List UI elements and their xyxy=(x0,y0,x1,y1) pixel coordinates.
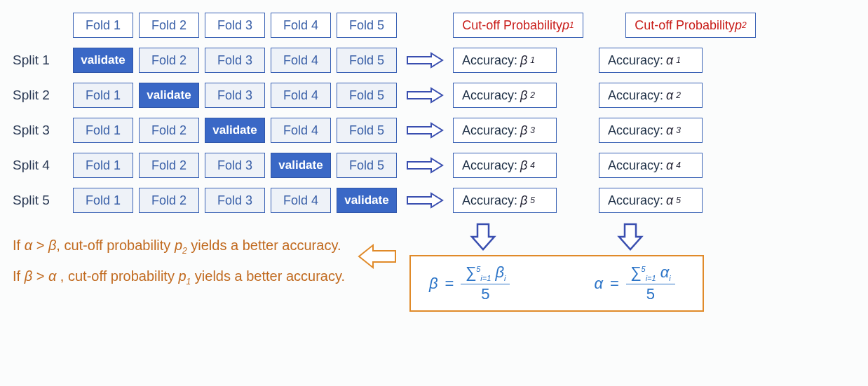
arrow-right-icon xyxy=(404,157,446,174)
fold-cell: Fold 5 xyxy=(337,48,397,73)
fold-cell: Fold 3 xyxy=(205,83,265,108)
fold-header: Fold 4 xyxy=(271,13,331,38)
accuracy-beta-box: Accuracy: β3 xyxy=(453,118,557,143)
fold-strip: validateFold 2Fold 3Fold 4Fold 5 xyxy=(73,48,397,73)
fold-cell: Fold 5 xyxy=(337,83,397,108)
formula-box: β = ∑5i=1 βi 5 α = ∑5i=1 αi xyxy=(409,255,704,312)
conclusion-line-2: If β > α , cut-off probability p1 yields… xyxy=(13,261,345,291)
fold-cell: Fold 5 xyxy=(337,153,397,178)
split-label: Split 4 xyxy=(13,158,66,173)
cutoff-p1-box: Cut-off Probability p1 xyxy=(453,13,583,38)
fold-cell: Fold 4 xyxy=(271,48,331,73)
fold-validate: validate xyxy=(73,48,133,73)
fold-cell: Fold 1 xyxy=(73,153,133,178)
fold-cell: Fold 1 xyxy=(73,83,133,108)
fold-strip: Fold 1Fold 2validateFold 4Fold 5 xyxy=(73,118,397,143)
fold-validate: validate xyxy=(205,118,265,143)
fold-cell: Fold 5 xyxy=(337,118,397,143)
fold-validate: validate xyxy=(139,83,199,108)
arrow-right-icon xyxy=(404,122,446,139)
cutoff-subscript: 2 xyxy=(742,20,747,30)
arrow-right-icon xyxy=(404,52,446,69)
cutoff-symbol: p xyxy=(735,18,742,33)
arrow-right-icon xyxy=(404,192,446,209)
split-row: Split 1validateFold 2Fold 3Fold 4Fold 5A… xyxy=(13,48,855,73)
split-label: Split 1 xyxy=(13,53,66,68)
split-label: Split 2 xyxy=(13,88,66,103)
accuracy-alpha-box: Accuracy: α2 xyxy=(599,83,703,108)
accuracy-alpha-box: Accuracy: α1 xyxy=(599,48,703,73)
split-row: Split 4Fold 1Fold 2Fold 3validateFold 5A… xyxy=(13,153,855,178)
fold-cell: Fold 4 xyxy=(271,188,331,213)
arrow-left-icon xyxy=(358,241,397,272)
accuracy-beta-box: Accuracy: β5 xyxy=(453,188,557,213)
cutoff-prefix: Cut-off Probability xyxy=(462,18,562,33)
split-row: Split 5Fold 1Fold 2Fold 3Fold 4validateA… xyxy=(13,188,855,213)
fold-cell: Fold 1 xyxy=(73,188,133,213)
fold-cell: Fold 2 xyxy=(139,153,199,178)
accuracy-beta-box: Accuracy: β4 xyxy=(453,153,557,178)
fold-cell: Fold 2 xyxy=(139,48,199,73)
formula-region: β = ∑5i=1 βi 5 α = ∑5i=1 αi xyxy=(409,223,704,312)
header-folds: Fold 1 Fold 2 Fold 3 Fold 4 Fold 5 xyxy=(73,13,397,38)
fold-cell: Fold 3 xyxy=(205,48,265,73)
accuracy-alpha-box: Accuracy: α5 xyxy=(599,188,703,213)
fold-cell: Fold 3 xyxy=(205,153,265,178)
fold-cell: Fold 2 xyxy=(139,188,199,213)
cutoff-p2-box: Cut-off Probability p2 xyxy=(625,13,756,38)
left-arrow xyxy=(358,223,397,272)
cutoff-subscript: 1 xyxy=(569,20,574,30)
accuracy-alpha-box: Accuracy: α3 xyxy=(599,118,703,143)
cutoff-symbol: p xyxy=(562,18,569,33)
arrow-down-icon xyxy=(469,223,497,251)
accuracy-beta-box: Accuracy: β2 xyxy=(453,83,557,108)
accuracy-beta-box: Accuracy: β1 xyxy=(453,48,557,73)
fold-cell: Fold 2 xyxy=(139,118,199,143)
fold-strip: Fold 1validateFold 3Fold 4Fold 5 xyxy=(73,83,397,108)
fold-validate: validate xyxy=(337,188,397,213)
fold-strip: Fold 1Fold 2Fold 3Fold 4validate xyxy=(73,188,397,213)
fold-header: Fold 5 xyxy=(337,13,397,38)
fold-cell: Fold 4 xyxy=(271,83,331,108)
cutoff-prefix: Cut-off Probability xyxy=(635,18,735,33)
formula-beta: β = ∑5i=1 βi 5 xyxy=(429,263,510,303)
fold-cell: Fold 4 xyxy=(271,118,331,143)
accuracy-alpha-box: Accuracy: α4 xyxy=(599,153,703,178)
split-row: Split 2Fold 1validateFold 3Fold 4Fold 5A… xyxy=(13,83,855,108)
header-row: Fold 1 Fold 2 Fold 3 Fold 4 Fold 5 Cut-o… xyxy=(13,13,855,38)
conclusion-line-1: If α > β, cut-off probability p2 yields … xyxy=(13,230,345,261)
bottom-region: If α > β, cut-off probability p2 yields … xyxy=(13,223,855,312)
split-row: Split 3Fold 1Fold 2validateFold 4Fold 5A… xyxy=(13,118,855,143)
fold-strip: Fold 1Fold 2Fold 3validateFold 5 xyxy=(73,153,397,178)
formula-alpha: α = ∑5i=1 αi 5 xyxy=(594,263,674,303)
split-label: Split 3 xyxy=(13,123,66,138)
fold-header: Fold 2 xyxy=(139,13,199,38)
fold-cell: Fold 3 xyxy=(205,188,265,213)
fold-header: Fold 3 xyxy=(205,13,265,38)
fold-cell: Fold 1 xyxy=(73,118,133,143)
split-label: Split 5 xyxy=(13,193,66,208)
arrow-down-icon xyxy=(616,223,644,251)
fold-validate: validate xyxy=(271,153,331,178)
arrow-right-icon xyxy=(404,87,446,104)
conclusions: If α > β, cut-off probability p2 yields … xyxy=(13,223,345,291)
fold-header: Fold 1 xyxy=(73,13,133,38)
